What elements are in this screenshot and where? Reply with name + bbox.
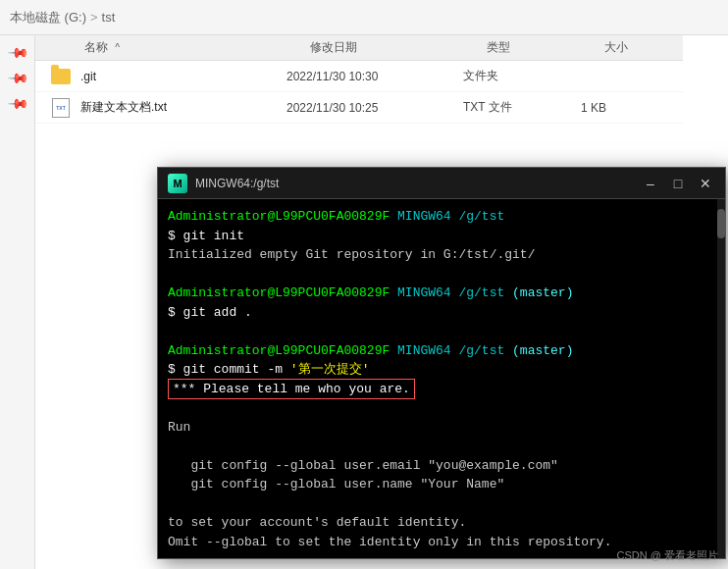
file-date: 2022/11/30 10:30 <box>286 70 463 83</box>
terminal-line: $ git init <box>168 227 715 246</box>
terminal-line: Initialized empty Git repository in G:/t… <box>168 245 715 265</box>
terminal-body[interactable]: Administrator@L99PCU0FA00829F MINGW64 /g… <box>158 199 725 558</box>
breadcrumb-drive[interactable]: 本地磁盘 (G:) <box>10 9 86 26</box>
col-name-header[interactable]: 名称 ^ <box>35 39 310 56</box>
pin-icon-2[interactable]: 📌 <box>5 67 29 91</box>
terminal-prompt: Administrator@L99PCU0FA00829F <box>168 209 397 224</box>
txt-file-icon <box>49 96 73 120</box>
table-row[interactable]: .git 2022/11/30 10:30 文件夹 <box>35 61 683 92</box>
terminal-line: git config --global user.name "Your Name… <box>168 475 715 494</box>
file-name: 新建文本文档.txt <box>80 99 286 116</box>
terminal-line: $ git add . <box>168 303 715 323</box>
terminal-titlebar: M MINGW64:/g/tst – □ ✕ <box>158 168 725 199</box>
terminal-line: Run <box>168 418 715 438</box>
breadcrumb-sep: > <box>90 10 98 25</box>
file-date: 2022/11/30 10:25 <box>286 101 463 115</box>
terminal-window: M MINGW64:/g/tst – □ ✕ Administrator@L99… <box>157 167 726 559</box>
terminal-title: MINGW64:/g/tst <box>195 177 641 190</box>
col-size-header[interactable]: 大小 <box>604 39 683 56</box>
sort-arrow: ^ <box>115 42 120 53</box>
close-button[interactable]: ✕ <box>696 174 715 193</box>
file-list-area: 名称 ^ 修改日期 类型 大小 .git 2022/11/30 10:30 文件… <box>35 35 683 124</box>
file-name: .git <box>80 70 286 83</box>
terminal-error-line: *** Please tell me who you are. <box>168 380 715 399</box>
column-headers: 名称 ^ 修改日期 类型 大小 <box>35 35 683 61</box>
terminal-line: Administrator@L99PCU0FA00829F MINGW64 /g… <box>168 284 715 303</box>
sidebar-pins: 📌 📌 📌 <box>0 35 35 569</box>
terminal-controls: – □ ✕ <box>641 174 715 193</box>
maximize-button[interactable]: □ <box>668 174 688 193</box>
pin-icon-1[interactable]: 📌 <box>5 41 29 66</box>
terminal-scrollbar-thumb[interactable] <box>717 209 725 238</box>
terminal-line: Administrator@L99PCU0FA00829F MINGW64 /g… <box>168 207 715 227</box>
col-date-header[interactable]: 修改日期 <box>310 39 487 56</box>
terminal-blank <box>168 437 715 456</box>
terminal-blank <box>168 398 715 418</box>
terminal-line: to set your account's default identity. <box>168 513 715 533</box>
terminal-blank <box>168 494 715 514</box>
file-list: .git 2022/11/30 10:30 文件夹 新建文本文档.txt 202… <box>35 61 683 124</box>
watermark: CSDN @ 爱看老照片 <box>617 548 718 563</box>
error-box: *** Please tell me who you are. <box>168 379 415 399</box>
terminal-scrollbar[interactable] <box>717 199 725 558</box>
breadcrumb[interactable]: 本地磁盘 (G:) > tst <box>0 0 728 35</box>
terminal-app-icon: M <box>168 174 187 193</box>
terminal-blank <box>168 322 715 341</box>
minimize-button[interactable]: – <box>641 174 660 193</box>
terminal-blank <box>168 265 715 284</box>
file-type: TXT 文件 <box>463 99 581 116</box>
terminal-line: Administrator@L99PCU0FA00829F MINGW64 /g… <box>168 341 715 361</box>
pin-icon-3[interactable]: 📌 <box>5 92 29 117</box>
table-row[interactable]: 新建文本文档.txt 2022/11/30 10:25 TXT 文件 1 KB <box>35 92 683 124</box>
terminal-line: git config --global user.email "you@exam… <box>168 456 715 476</box>
col-type-header[interactable]: 类型 <box>487 39 604 56</box>
folder-icon <box>49 65 73 88</box>
file-type: 文件夹 <box>463 68 581 84</box>
terminal-line: $ git commit -m '第一次提交' <box>168 360 715 380</box>
file-size: 1 KB <box>581 101 659 115</box>
breadcrumb-folder[interactable]: tst <box>102 10 116 25</box>
